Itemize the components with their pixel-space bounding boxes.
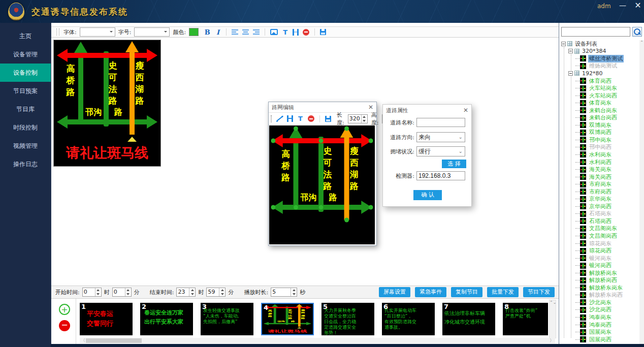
action-button-屏幕设置[interactable]: 屏幕设置 — [379, 287, 410, 297]
tree-label-device[interactable]: 琼花岗西 — [588, 247, 613, 255]
device-search-input[interactable] — [561, 27, 630, 37]
expand-toggle[interactable] — [561, 42, 566, 46]
delete-icon[interactable] — [303, 29, 309, 36]
tree-label-device[interactable]: 来鹤台岗西 — [588, 114, 618, 121]
tree-label-device[interactable]: 国展岗东 — [588, 328, 613, 336]
congestion-select[interactable]: 缓行 — [416, 146, 465, 156]
search-button[interactable] — [632, 27, 642, 37]
road-name-field[interactable] — [416, 118, 465, 127]
roadprops-dialog-titlebar[interactable]: 道路属性 ✕ — [383, 105, 471, 116]
device-panel-scrollbar[interactable]: ⌃ — [639, 40, 644, 345]
program-thumbnail-5[interactable]: 5大力开展秋冬季交通安全整治百日会战，全力稳定道路交通安全形势！ — [321, 303, 374, 335]
sidebar-item-4[interactable]: 节目预案 — [0, 82, 51, 100]
roadnet-icon[interactable] — [293, 29, 299, 36]
add-program-button[interactable]: + — [59, 304, 70, 315]
tree-label-device[interactable]: 银河岗西 — [588, 262, 613, 269]
delete-icon[interactable] — [308, 115, 314, 122]
expand-toggle[interactable] — [568, 49, 573, 53]
tree-label-device[interactable]: 银河岗东 — [588, 255, 613, 262]
tree-label-device[interactable]: 沙北岗西 — [588, 306, 613, 313]
tree-label-device[interactable]: 解放桥岗西 — [588, 276, 618, 284]
sidebar-item-6[interactable]: 时段控制 — [0, 118, 51, 137]
sidebar-item-5[interactable]: 节目库 — [0, 100, 51, 118]
close-icon[interactable]: ✕ — [633, 1, 643, 11]
text-icon[interactable]: T — [282, 28, 288, 36]
tree-label-device[interactable]: 海关岗东 — [588, 166, 613, 173]
tree-label-device[interactable]: 解放桥东岗西 — [588, 291, 624, 299]
program-thumbnail-4[interactable]: 4高桥路史可法路瘦西湖路邗沟路请礼让斑马线 — [261, 303, 314, 335]
tree-label-device[interactable]: 国展岗西 — [588, 336, 613, 343]
align-left-icon[interactable] — [232, 29, 238, 35]
start-minute-stepper[interactable]: 0 — [112, 288, 132, 297]
tree-label-device[interactable]: 沙北岗东 — [588, 299, 613, 306]
save-icon[interactable] — [320, 29, 326, 35]
close-icon[interactable]: ✕ — [368, 104, 373, 111]
length-stepper[interactable]: 320 — [348, 114, 368, 123]
program-thumbnail-1[interactable]: 1平安春运交警同行 — [80, 303, 133, 335]
tree-label-device[interactable]: 解放桥东岗东 — [588, 284, 624, 292]
tree-label-device[interactable]: 文昌阁岗西 — [588, 232, 618, 240]
confirm-button[interactable]: 确 认 — [413, 190, 442, 200]
tree-label-device[interactable]: 市府岗西 — [588, 188, 613, 196]
tree-label-device[interactable]: 文昌阁岗东 — [588, 225, 618, 232]
program-thumbnail-2[interactable]: 2春运安全连万家出行平安系大家 — [140, 303, 193, 335]
save-icon[interactable] — [325, 116, 331, 122]
tree-label-device[interactable]: 石塔岗西 — [588, 217, 613, 225]
strip-vertical-scrollbar[interactable]: ⌃⌄ — [549, 300, 556, 338]
start-hour-stepper[interactable]: 0 — [82, 288, 102, 297]
program-thumbnail-3[interactable]: 3发生轻微交通事故“人未伤，车能动,先拍照，后撤离” — [201, 303, 253, 335]
tree-label-device[interactable]: 琼花岗东 — [588, 240, 613, 247]
sidebar-item-1[interactable]: 主页 — [0, 27, 51, 45]
bold-icon[interactable]: B — [204, 28, 211, 36]
tree-label-device[interactable]: 火车站岗东 — [588, 84, 618, 92]
tree-label-device[interactable]: 石塔岗东 — [588, 210, 613, 217]
action-button-紧急事件[interactable]: 紧急事件 — [415, 287, 446, 297]
tree-label-device[interactable]: 京华岗东 — [588, 195, 613, 203]
tree-label-device[interactable]: 双博岗西 — [588, 129, 613, 136]
tree-label-device[interactable]: 鸿泰岗东 — [588, 313, 613, 321]
minimize-icon[interactable]: — — [618, 1, 628, 10]
program-preview-panel[interactable]: 高桥路史可法路瘦西湖路邗沟路请礼让斑马线 — [53, 40, 161, 167]
duration-stepper[interactable]: 5 — [271, 288, 297, 297]
action-button-复制节目[interactable]: 复制节目 — [451, 287, 482, 297]
tree-label-device[interactable]: 来鹤台岗东 — [588, 107, 618, 114]
program-thumbnail-7[interactable]: 7依法治理非标车辆净化城市交通环境 — [442, 303, 495, 335]
end-minute-stepper[interactable]: 59 — [206, 288, 226, 297]
tree-label-device[interactable]: 火车站岗西 — [588, 92, 618, 100]
sidebar-item-8[interactable]: 操作日志 — [0, 155, 51, 173]
tree-label-device[interactable]: 维扬岗测试 — [588, 62, 618, 70]
sidebar-item-3[interactable]: 设备控制 — [0, 64, 51, 82]
expand-toggle[interactable] — [568, 71, 573, 76]
tree-label-device[interactable]: 体育岗东 — [588, 99, 613, 107]
select-detector-button[interactable]: 选 择 — [442, 160, 466, 168]
color-swatch[interactable] — [189, 28, 199, 36]
align-right-icon[interactable] — [253, 29, 260, 35]
font-select[interactable] — [80, 27, 115, 37]
close-icon[interactable]: ✕ — [463, 107, 468, 114]
tree-label-device[interactable]: 市府岗东 — [588, 180, 613, 188]
line-icon[interactable] — [276, 115, 283, 122]
tree-label-device[interactable]: 螺丝湾桥测试 — [588, 55, 624, 62]
road-direction-select[interactable]: 来向 — [416, 132, 465, 142]
tree-label-group[interactable]: 192*80 — [581, 70, 604, 77]
tree-label-device[interactable]: 体育岗西 — [588, 77, 613, 85]
text-icon[interactable]: T — [297, 115, 304, 122]
align-center-icon[interactable] — [242, 29, 249, 35]
end-hour-stepper[interactable]: 23 — [176, 288, 196, 297]
roadnet-edit-canvas[interactable]: 高桥路史可法路瘦西湖路邗沟路 — [269, 125, 375, 244]
detector-field[interactable] — [416, 171, 465, 180]
tree-label-group[interactable]: 320*384 — [581, 48, 607, 54]
tree-label-device[interactable]: 水利岗西 — [588, 159, 613, 166]
tree-label-device[interactable]: 鸿泰岗西 — [588, 321, 613, 329]
road-icon[interactable] — [287, 115, 293, 122]
tree-label-device[interactable]: 解放桥岗东 — [588, 269, 618, 277]
sidebar-item-7[interactable]: 视频管理 — [0, 137, 51, 155]
sidebar-item-2[interactable]: 设备管理 — [0, 45, 51, 64]
italic-icon[interactable]: I — [215, 28, 221, 36]
size-select[interactable] — [134, 27, 170, 37]
action-button-节目下发[interactable]: 节目下发 — [523, 287, 555, 297]
action-button-批量下发[interactable]: 批量下发 — [487, 287, 519, 297]
tree-label-device[interactable]: 邗中岗东 — [588, 136, 613, 144]
image-icon[interactable] — [270, 29, 278, 35]
tree-label-device[interactable]: 邗中岗西 — [588, 143, 613, 151]
